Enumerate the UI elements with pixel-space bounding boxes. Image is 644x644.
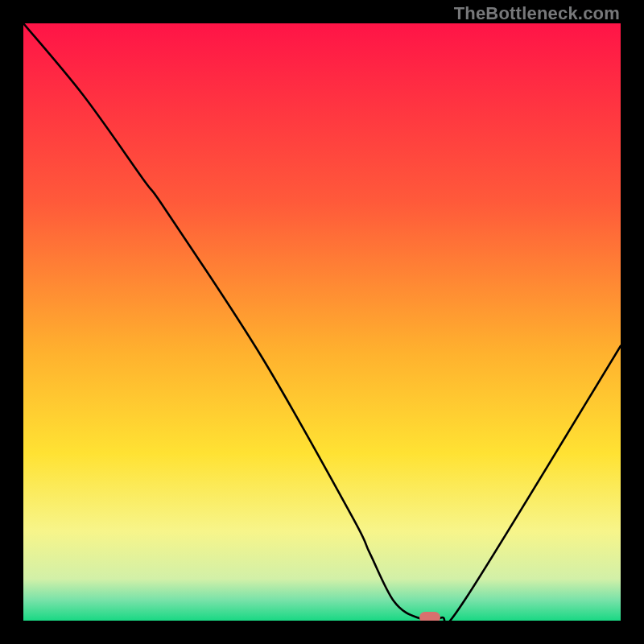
background-gradient xyxy=(23,23,621,621)
watermark-label: TheBottleneck.com xyxy=(454,3,620,24)
chart-frame: TheBottleneck.com xyxy=(0,0,644,644)
plot-area xyxy=(23,23,621,621)
